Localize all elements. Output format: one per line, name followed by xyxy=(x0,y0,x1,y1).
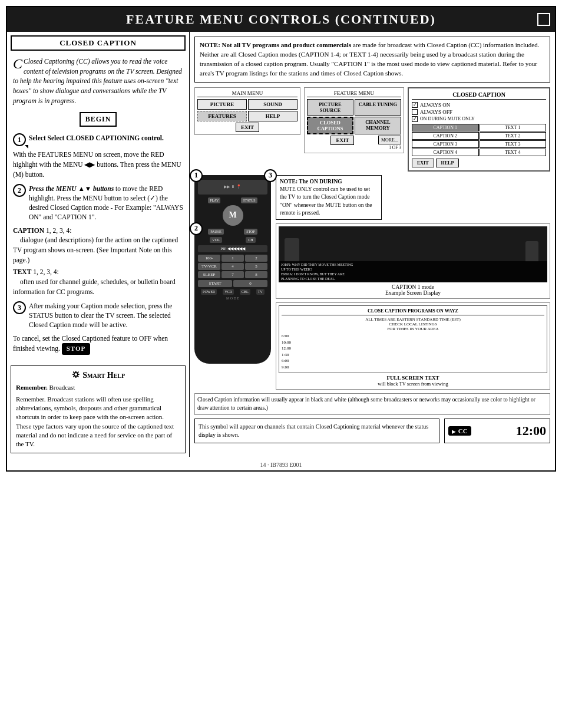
fmenu-more: MORE... xyxy=(378,136,401,144)
menu-btn-help: HELP xyxy=(248,111,297,121)
full-screen-inner: CLOSE CAPTION PROGRAMS ON WAYZ ALL TIMES… xyxy=(279,305,547,373)
remote-vcr-btn: VCR xyxy=(223,289,233,295)
cc-check-mute-only: ✓ xyxy=(412,116,418,122)
num-1: 1 xyxy=(222,255,244,262)
remote-pause-row: PAUSE STOP xyxy=(198,229,267,235)
remote-0-btn: 0 xyxy=(233,280,267,287)
num-100: 100- xyxy=(198,255,220,262)
remote-display: ▶▶ ⏸ 📍 xyxy=(198,180,267,195)
main-menu-label: MAIN MENU xyxy=(197,90,297,97)
cc-text2: TEXT 2 xyxy=(480,132,547,140)
step3-content: After making your Caption mode selection… xyxy=(29,301,183,330)
cc-caption1: CAPTION 1 xyxy=(412,124,479,131)
remote-start-row: START 0 xyxy=(198,280,267,287)
feature-menu-bottom: EXIT MORE... xyxy=(307,136,401,145)
remote-start-btn: START xyxy=(198,280,232,287)
menu-btn-sound: SOUND xyxy=(248,99,297,110)
cc-time-box: ▶ CC 12:00 xyxy=(444,419,550,443)
remote-m-button[interactable]: M xyxy=(223,205,243,226)
tv-caption-example: JOHN: WHY DID THEY MOVE THE MEETING UP T… xyxy=(276,223,550,299)
cc-opt-mute-only: ✓ ON DURING MUTE ONLY xyxy=(412,116,546,122)
remote-play-btn: PLAY xyxy=(208,197,220,203)
feature-menu-label: FEATURE MENU xyxy=(307,90,401,97)
cc-badge: ▶ CC xyxy=(448,426,471,436)
smart-help-remember: Remember. xyxy=(16,384,48,391)
num-tvvcr: TV/VCR xyxy=(198,263,220,270)
remote-m-row: M xyxy=(198,205,267,226)
num-2: 2 xyxy=(245,255,267,262)
menu-btn-picture: PICTURE xyxy=(197,99,247,110)
step-bubble-1a: 1 xyxy=(190,169,203,182)
diagrams-row: MAIN MENU PICTURE SOUND FEATURES HELP EX… xyxy=(194,87,550,172)
cc-check-always-off xyxy=(412,109,418,115)
symbol-box: This symbol will appear on channels that… xyxy=(194,419,439,443)
cc-text3: TEXT 3 xyxy=(480,140,547,148)
caption-line-4: PLANNING TO CLOSE THE DEAL. xyxy=(281,276,545,281)
note-box: NOTE: Not all TV programs and product co… xyxy=(194,37,550,83)
stop-button[interactable]: STOP xyxy=(62,343,91,355)
step1-content: Select Select CLOSED CAPTIONING control. xyxy=(29,133,183,143)
num-8: 8 xyxy=(245,271,267,278)
remote-area: 1 2 ▶▶ ⏸ 📍 PLAY STATUS xyxy=(194,175,271,364)
remote-status-btn: STATUS xyxy=(241,197,257,203)
step3-circle: 3 xyxy=(13,301,26,314)
mode-labels: M O D E xyxy=(226,297,239,300)
num-7: 7 xyxy=(222,271,244,278)
full-screen-subtitle: will block TV screen from viewing xyxy=(279,381,547,387)
for-times-header: FOR TIMES IN YOUR AREA xyxy=(282,327,544,331)
step1-circle: 1 xyxy=(13,133,26,146)
note-on-during-title: NOTE: The ON DURING xyxy=(280,179,342,185)
remote-pause-btn: PAUSE xyxy=(208,229,223,235)
right-middle-col: NOTE: The ON DURING MUTE ONLY control ca… xyxy=(276,175,550,390)
remote-display-icons: ▶▶ ⏸ 📍 xyxy=(224,185,242,189)
page-title: Feature Menu Controls (Continued) xyxy=(7,7,555,32)
main-menu-exit: EXIT xyxy=(236,123,259,132)
all-times-header: ALL TIMES ARE EASTERN STANDARD TIME (EST… xyxy=(282,317,544,322)
main-menu-grid: PICTURE SOUND FEATURES HELP xyxy=(197,99,297,121)
cc-check-always-on: ✓ xyxy=(412,102,418,108)
fmenu-exit: EXIT xyxy=(330,136,354,145)
remote-mode-row: M O D E xyxy=(198,297,267,300)
step-bubble-3: 3 xyxy=(264,169,277,182)
closed-caption-menu: CLOSED CAPTION ✓ ALWAYS ON ALWAYS OFF ✓ … xyxy=(408,87,550,172)
step-1: 1 Select Select CLOSED CAPTIONING contro… xyxy=(13,133,183,146)
remote-power-row: POWER VCR CBL TV xyxy=(198,289,267,295)
figure-2 xyxy=(525,241,538,262)
num-5: 5 xyxy=(245,263,267,270)
cc-menu-title: CLOSED CAPTION xyxy=(412,91,546,100)
cc-opt-always-off: ALWAYS OFF xyxy=(412,109,546,115)
caption-line-1: JOHN: WHY DID THEY MOVE THE MEETING xyxy=(281,262,545,267)
smart-help-broadcast: Broadcast xyxy=(49,384,75,391)
caption-section: CAPTION 1, 2, 3, 4: dialogue (and descri… xyxy=(13,226,183,265)
step-2: 2 Press the MENU ▲▼ buttons to move the … xyxy=(13,184,183,222)
time-listings: 6:00 10:00 12:00 1:30 6:00 9:00 xyxy=(282,333,544,370)
note-bold: NOTE: Not all TV programs and product co… xyxy=(200,41,351,48)
full-screen-title: FULL SCREEN TEXT xyxy=(279,375,547,381)
remote-vol-btn: VOL xyxy=(210,237,222,243)
remote-cable-btn: CBL xyxy=(240,289,250,295)
caption-line-2: UP TO THIS WEEK? xyxy=(281,267,545,272)
num-4: 4 xyxy=(222,263,244,270)
step2-content: Press the MENU ▲▼ buttons to move the RE… xyxy=(29,184,183,222)
begin-label: BEGIN xyxy=(80,112,117,127)
title-corner-box xyxy=(537,13,550,26)
of3-label: 1 OF 3 xyxy=(307,145,401,150)
text-section: TEXT 1, 2, 3, 4: often used for channel … xyxy=(13,267,183,297)
caption-overlay: JOHN: WHY DID THEY MOVE THE MEETING UP T… xyxy=(279,261,547,282)
left-column: CLOSED CAPTION CClosed Captioning (CC) a… xyxy=(7,32,190,457)
close-caption-programs-header: CLOSE CAPTION PROGRAMS ON WAYZ xyxy=(282,308,544,315)
note-on-during-box: NOTE: The ON DURING MUTE ONLY control ca… xyxy=(276,175,382,220)
smart-help-title: ⛭ Smart Help xyxy=(16,370,180,380)
page-footer: 14 · IB7893 E001 xyxy=(7,457,555,470)
figure-1 xyxy=(285,238,299,262)
remote-stop-btn: STOP xyxy=(244,229,257,235)
content-area: CLOSED CAPTION CClosed Captioning (CC) a… xyxy=(7,32,555,457)
main-menu-box: MAIN MENU PICTURE SOUND FEATURES HELP EX… xyxy=(194,87,300,135)
cc-caption2: CAPTION 2 xyxy=(412,132,479,140)
cc-text4: TEXT 4 xyxy=(480,149,547,156)
remote-numpad: 100- 1 2 TV/VCR 4 5 SLEEP 7 8 xyxy=(198,255,267,278)
remote-pip-row: PIP ◀◀◀◀◀◀ xyxy=(198,245,267,252)
full-screen-box: CLOSE CAPTION PROGRAMS ON WAYZ ALL TIMES… xyxy=(276,302,550,390)
fmenu-channel-memory: CHANNEL MEMORY xyxy=(355,117,401,134)
remote-vol-row: VOL CH xyxy=(198,237,267,243)
